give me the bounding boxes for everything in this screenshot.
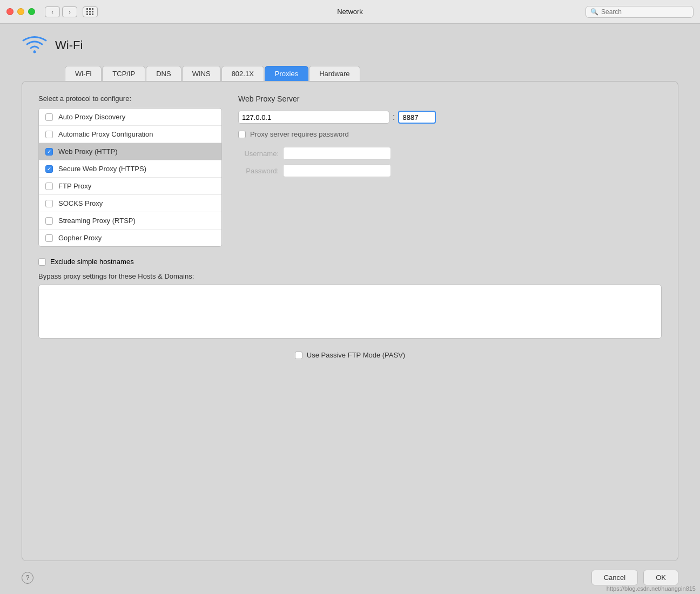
protocol-label-web-proxy-http: Web Proxy (HTTP) — [58, 147, 118, 156]
proxy-password-label: Proxy server requires password — [250, 130, 349, 138]
forward-button[interactable]: › — [62, 6, 77, 17]
tab-tcpip[interactable]: TCP/IP — [102, 66, 145, 81]
wifi-title: Wi-Fi — [55, 38, 83, 52]
protocol-label-auto-proxy-discovery: Auto Proxy Discovery — [58, 113, 125, 121]
password-row: Proxy server requires password — [238, 130, 662, 138]
footer-buttons: Cancel OK — [591, 570, 678, 585]
protocol-label-ftp-proxy: FTP Proxy — [58, 182, 91, 190]
proxy-server-title: Web Proxy Server — [238, 94, 662, 103]
protocol-label-gopher-proxy: Gopher Proxy — [58, 234, 102, 242]
protocol-item-socks-proxy[interactable]: SOCKS Proxy — [39, 195, 221, 212]
minimize-button[interactable] — [17, 8, 24, 15]
protocol-item-web-proxy-http[interactable]: ✓ Web Proxy (HTTP) — [39, 143, 221, 160]
colon-separator: : — [393, 112, 395, 122]
protocol-item-streaming-proxy[interactable]: Streaming Proxy (RTSP) — [39, 212, 221, 230]
protocol-label-streaming-proxy: Streaming Proxy (RTSP) — [58, 217, 136, 225]
checkbox-streaming-proxy[interactable] — [45, 217, 53, 225]
username-input[interactable] — [283, 147, 391, 160]
wifi-icon — [22, 35, 48, 56]
cancel-button[interactable]: Cancel — [591, 570, 638, 585]
username-row: Username: — [238, 147, 662, 160]
checkbox-secure-web-proxy[interactable]: ✓ — [45, 165, 53, 173]
checkbox-web-proxy-http[interactable]: ✓ — [45, 148, 53, 156]
tabs-container: Wi-Fi TCP/IP DNS WINS 802.1X Proxies Har… — [65, 66, 678, 81]
tab-hardware[interactable]: Hardware — [309, 66, 360, 81]
server-input-row: : — [238, 111, 662, 124]
protocol-item-gopher-proxy[interactable]: Gopher Proxy — [39, 230, 221, 246]
search-box[interactable]: 🔍 — [585, 6, 694, 18]
traffic-lights — [6, 8, 35, 15]
password-row2: Password: — [238, 164, 662, 177]
passive-ftp-label: Use Passive FTP Mode (PASV) — [307, 351, 405, 359]
svg-point-0 — [33, 51, 36, 53]
protocol-section: Select a protocol to configure: Auto Pro… — [38, 94, 222, 247]
close-button[interactable] — [6, 8, 14, 15]
tab-wifi[interactable]: Wi-Fi — [65, 66, 102, 81]
maximize-button[interactable] — [28, 8, 35, 15]
protocol-label-secure-web-proxy: Secure Web Proxy (HTTPS) — [58, 165, 146, 173]
wifi-header: Wi-Fi — [22, 35, 678, 56]
protocol-item-auto-proxy-discovery[interactable]: Auto Proxy Discovery — [39, 109, 221, 126]
back-button[interactable]: ‹ — [45, 6, 60, 17]
search-input[interactable] — [601, 8, 689, 16]
server-port-input[interactable] — [398, 111, 436, 124]
checkbox-gopher-proxy[interactable] — [45, 234, 53, 242]
tab-8021x[interactable]: 802.1X — [221, 66, 264, 81]
bypass-section: Bypass proxy settings for these Hosts & … — [38, 272, 662, 340]
password-label2: Password: — [238, 167, 279, 175]
checkbox-exclude-hostnames[interactable] — [38, 258, 46, 266]
panel: Select a protocol to configure: Auto Pro… — [22, 81, 678, 561]
checkbox-proxy-password[interactable] — [238, 131, 246, 138]
protocol-item-auto-proxy-config[interactable]: Automatic Proxy Configuration — [39, 126, 221, 143]
exclude-row: Exclude simple hostnames — [38, 258, 662, 266]
grid-icon — [86, 8, 94, 16]
checkbox-passive-ftp[interactable] — [295, 352, 302, 359]
bypass-label: Bypass proxy settings for these Hosts & … — [38, 272, 662, 280]
tab-wins[interactable]: WINS — [182, 66, 221, 81]
bottom-section: Exclude simple hostnames Bypass proxy se… — [38, 258, 662, 359]
checkbox-auto-proxy-config[interactable] — [45, 131, 53, 138]
search-icon: 🔍 — [590, 8, 598, 16]
checkbox-auto-proxy-discovery[interactable] — [45, 113, 53, 121]
help-button[interactable]: ? — [22, 572, 33, 584]
protocol-item-secure-web-proxy[interactable]: ✓ Secure Web Proxy (HTTPS) — [39, 160, 221, 178]
username-label: Username: — [238, 150, 279, 158]
proxy-server-section: Web Proxy Server : Proxy server requires… — [238, 94, 662, 247]
footer: ? Cancel OK — [0, 561, 700, 594]
window-title: Network — [337, 8, 363, 16]
titlebar: ‹ › Network 🔍 — [0, 0, 700, 24]
tab-dns[interactable]: DNS — [146, 66, 181, 81]
passive-row: Use Passive FTP Mode (PASV) — [38, 351, 662, 359]
checkbox-ftp-proxy[interactable] — [45, 183, 53, 190]
watermark: https://blog.csdn.net/huangpin815 — [607, 585, 696, 592]
main-content: Wi-Fi Wi-Fi TCP/IP DNS WINS 802.1X Proxi… — [0, 24, 700, 561]
nav-buttons: ‹ › — [45, 6, 77, 17]
protocol-list: Auto Proxy Discovery Automatic Proxy Con… — [38, 108, 222, 247]
panel-inner: Select a protocol to configure: Auto Pro… — [38, 94, 662, 247]
checkbox-socks-proxy[interactable] — [45, 200, 53, 207]
tab-proxies[interactable]: Proxies — [265, 66, 308, 81]
server-ip-input[interactable] — [238, 111, 389, 124]
bypass-textarea[interactable] — [38, 285, 662, 339]
exclude-label: Exclude simple hostnames — [50, 258, 134, 266]
credentials-section: Username: Password: — [238, 147, 662, 177]
protocol-item-ftp-proxy[interactable]: FTP Proxy — [39, 178, 221, 195]
ok-button[interactable]: OK — [643, 570, 678, 585]
protocol-label-auto-proxy-config: Automatic Proxy Configuration — [58, 130, 153, 138]
protocol-label-socks-proxy: SOCKS Proxy — [58, 199, 103, 207]
protocol-section-label: Select a protocol to configure: — [38, 94, 222, 103]
grid-button[interactable] — [83, 6, 98, 17]
password-input[interactable] — [283, 164, 391, 177]
